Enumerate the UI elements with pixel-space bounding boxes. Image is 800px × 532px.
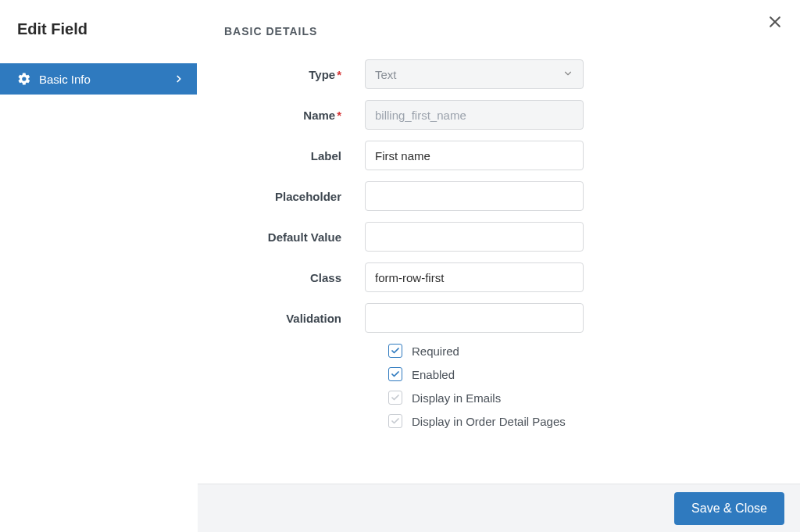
form-row-class: Class [224,262,773,292]
checkbox-display-emails[interactable]: Display in Emails [388,391,773,405]
checkbox-label: Required [412,345,459,358]
label-default-value: Default Value [224,230,365,244]
label-input[interactable] [365,141,584,170]
checkbox-box [388,391,402,405]
required-indicator: * [337,109,341,122]
label-name-text: Name [303,109,335,122]
chevron-down-icon [562,68,573,81]
checkbox-display-order[interactable]: Display in Order Detail Pages [388,414,773,428]
form-row-default-value: Default Value [224,222,773,252]
footer-bar: Save & Close [198,484,800,532]
class-input[interactable] [365,262,584,292]
checkbox-required[interactable]: Required [388,344,773,358]
checkbox-group: Required Enabled Display in Emails Displ… [388,344,773,428]
placeholder-input[interactable] [365,181,584,211]
type-select[interactable]: Text [365,59,584,89]
label-label: Label [224,149,365,162]
sidebar-item-label: Basic Info [39,73,173,86]
form-row-validation: Validation [224,303,773,333]
check-icon [391,370,400,379]
form-row-label: Label [224,141,773,170]
label-validation: Validation [224,312,365,325]
check-icon [391,416,400,426]
close-button[interactable] [767,14,783,33]
form-row-placeholder: Placeholder [224,181,773,211]
gear-icon [17,72,31,86]
chevron-right-icon [173,73,184,84]
sidebar: Edit Field Basic Info [0,0,197,532]
required-indicator: * [337,68,341,81]
save-close-button[interactable]: Save & Close [674,492,784,525]
sidebar-item-basic-info[interactable]: Basic Info [0,63,197,95]
form-row-name: Name* [224,100,773,130]
form-row-type: Type* Text [224,59,773,89]
content-area: BASIC DETAILS Type* Text Name* [198,0,800,484]
checkbox-box [388,367,402,381]
label-type-text: Type [309,68,335,81]
label-class: Class [224,271,365,284]
checkbox-enabled[interactable]: Enabled [388,367,773,381]
checkbox-box [388,414,402,428]
checkbox-label: Display in Emails [412,391,501,405]
check-icon [391,346,400,355]
checkbox-label: Display in Order Detail Pages [412,415,566,428]
section-header: BASIC DETAILS [224,25,773,37]
default-value-input[interactable] [365,222,584,252]
label-name: Name* [224,109,365,122]
page-title: Edit Field [0,0,197,38]
label-placeholder: Placeholder [224,190,365,203]
type-select-value: Text [375,68,397,81]
checkbox-box [388,344,402,358]
main-panel: BASIC DETAILS Type* Text Name* [197,0,800,532]
name-input[interactable] [365,100,584,130]
checkbox-label: Enabled [412,368,455,381]
check-icon [391,393,400,402]
label-type: Type* [224,68,365,81]
validation-input[interactable] [365,303,584,333]
